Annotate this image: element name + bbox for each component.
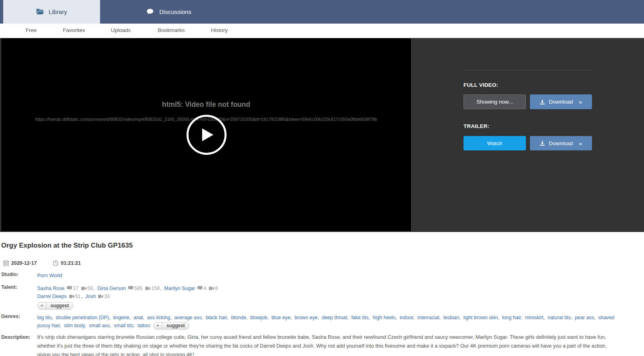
comma: , [160,286,164,291]
comma: , [318,315,322,320]
comma: , [60,323,64,328]
video-player[interactable]: html5: Video file not found https://hwnd… [1,38,411,232]
video-count: 158 [151,286,160,291]
video-count: 51 [75,294,81,299]
tab-discussions-label: Discussions [159,8,191,15]
genre-link[interactable]: double penetration (DP) [56,315,109,320]
genre-link[interactable]: high heels [373,315,395,320]
video-camera-icon [209,286,214,290]
talent-link[interactable]: Sasha Rose [37,286,64,291]
subnav-item-bookmarks[interactable]: Bookmarks [158,27,185,33]
discussions-icon [147,9,154,15]
comma: , [413,315,417,320]
comma: , [202,315,206,320]
genre-link[interactable]: slim body [64,323,85,328]
video-count: 59 [87,286,93,291]
comment-icon [197,286,203,290]
genre-link[interactable]: light brown skin [463,315,498,320]
genre-link[interactable]: blue eye [271,315,290,320]
genre-link[interactable]: lesbian [443,315,459,320]
talent-line: Darrel Deeps51, Josh33 [37,292,218,300]
subnav-item-favorites[interactable]: Favorites [63,27,85,33]
genre-link[interactable]: average ass [175,315,202,320]
comma: , [594,315,598,320]
comma: , [498,315,502,320]
genre-link[interactable]: big tits [37,315,52,320]
genre-link[interactable]: long hair [502,315,521,320]
duration-wrap: 01:21:21 [53,260,81,266]
plus-icon: + [38,302,46,309]
download-full-label: Download [549,99,573,105]
video-count: 6 [215,286,218,291]
comment-count: 585 [134,286,142,291]
tab-library-label: Library [49,8,67,15]
subnav-item-uploads[interactable]: Uploads [111,27,131,33]
video-camera-icon [81,286,86,290]
tab-library[interactable]: Library [3,0,100,24]
genre-link[interactable]: blonde [231,315,246,320]
talent-link[interactable]: Marilyn Sugar [164,286,195,291]
comment-icon [67,286,72,290]
comma: , [170,315,174,320]
comment-count: 17 [73,286,78,291]
comma: , [347,315,351,320]
video-camera-icon [98,294,103,298]
download-full-button[interactable]: Download » [530,94,592,109]
studio-link[interactable]: Porn World [37,273,62,278]
comma: , [129,315,133,320]
suggest-talent-button[interactable]: + suggest [37,302,73,310]
genre-link[interactable]: indoor [400,315,413,320]
genre-link[interactable]: natural tits [548,315,571,320]
tab-discussions[interactable]: Discussions [100,0,238,24]
video-camera-icon [69,294,74,298]
comma: , [395,315,399,320]
genre-link[interactable]: miniskirt [525,315,544,320]
comma: , [227,315,231,320]
genre-link[interactable]: interracial [417,315,439,320]
genre-link[interactable]: small ass [89,323,110,328]
player-error-text: html5: Video file not found [1,100,411,109]
genre-link[interactable]: anal [133,315,143,320]
suggest-genres-button[interactable]: +suggest [153,322,189,330]
showing-now-button[interactable]: Showing now... [463,94,526,109]
comma: , [521,315,525,320]
genres-list: big tits, double penetration (DP), linge… [37,315,614,328]
comma: , [109,315,113,320]
genre-link[interactable]: blowjob [250,315,267,320]
genre-link[interactable]: black hair [206,315,227,320]
talent-label: Talent: [1,284,37,310]
studio-label: Studio: [1,272,37,280]
top-tab-bar: Library Discussions [0,0,644,24]
video-count: 33 [104,294,110,299]
genre-link[interactable]: ass licking [147,315,171,320]
talent-link[interactable]: Gina Gerson [97,286,126,291]
comma: , [143,315,147,320]
genre-link[interactable]: fake tits [351,315,369,320]
download-icon [540,140,545,146]
download-trailer-button[interactable]: Download » [530,136,592,150]
genre-link[interactable]: pear ass [575,315,594,320]
video-camera-icon [145,286,150,290]
description-text: It's strip club shenanigans starring bru… [37,333,616,356]
watch-trailer-button[interactable]: Watch [463,136,526,150]
genre-link[interactable]: small tits [114,323,134,328]
play-button[interactable] [187,115,227,155]
release-date: 2020-12-17 [11,260,37,266]
genre-link[interactable]: lingerie [113,315,129,320]
genre-link[interactable]: tattoo [138,323,150,328]
talent-link[interactable]: Josh [85,294,96,299]
comma: , [110,323,114,328]
download-trailer-label: Download [549,140,573,146]
studio-row: Studio: Porn World [1,272,644,280]
talent-link[interactable]: Darrel Deeps [37,294,67,299]
chevrons-icon: » [579,140,582,147]
genre-link[interactable]: brown eye [295,315,318,320]
comma: , [544,315,548,320]
watch-label: Watch [487,140,502,146]
genre-link[interactable]: deep throat [322,315,347,320]
trailer-label: TRAILER: [463,123,490,129]
media-section: html5: Video file not found https://hwnd… [0,38,644,232]
subnav-item-free[interactable]: Free [26,27,37,33]
comma: , [439,315,443,320]
subnav-item-history[interactable]: History [211,27,228,33]
